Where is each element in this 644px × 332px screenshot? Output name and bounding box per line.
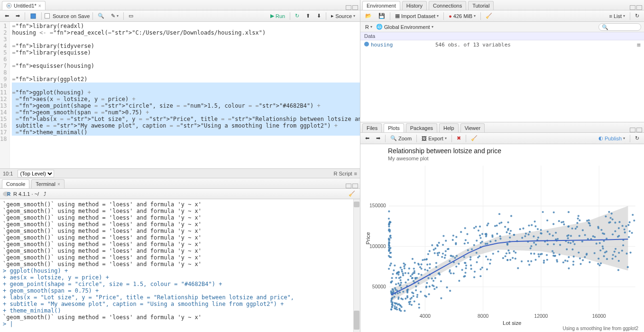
svg-point-428 (397, 298, 399, 300)
back-button[interactable]: ⬅ (3, 12, 11, 20)
svg-point-95 (599, 242, 601, 244)
load-workspace-button[interactable]: 📂 (363, 12, 374, 20)
console-tab[interactable]: Console (2, 179, 29, 188)
svg-point-86 (407, 272, 409, 274)
svg-point-511 (432, 285, 434, 287)
save-button[interactable] (28, 12, 38, 20)
svg-point-301 (470, 268, 472, 270)
env-scope-button[interactable]: 🌐 Global Environment ▾ (374, 23, 435, 31)
plots-window-buttons[interactable] (630, 128, 644, 132)
svg-point-340 (507, 249, 509, 251)
svg-point-417 (489, 263, 491, 265)
source-tab[interactable]: R Untitled1* × (2, 1, 46, 10)
svg-point-421 (418, 273, 420, 275)
find-button[interactable]: 🔍 (96, 12, 106, 20)
svg-point-490 (404, 264, 406, 266)
remove-plot-button[interactable]: ✖ (455, 134, 463, 142)
svg-point-47 (571, 249, 573, 250)
scope-selector[interactable]: (Top Level) (18, 170, 54, 177)
clear-env-button[interactable]: 🧹 (484, 12, 494, 20)
memory-indicator[interactable]: ● 426 MiB ▾ (447, 12, 478, 20)
wand-button[interactable]: ✎▾ (109, 12, 120, 20)
svg-point-519 (485, 233, 487, 235)
svg-point-346 (606, 250, 607, 252)
env-tab-history[interactable]: History (402, 1, 427, 10)
svg-point-452 (588, 219, 590, 221)
svg-point-525 (397, 283, 399, 285)
rerun-button[interactable]: ↻ (293, 12, 301, 20)
svg-point-221 (521, 237, 523, 239)
file-type-label[interactable]: R Script (333, 171, 352, 176)
terminal-tab[interactable]: Terminal × (31, 179, 64, 188)
r-scope-button[interactable]: R ▾ (363, 23, 374, 31)
next-plot-button[interactable]: ➡ (374, 134, 382, 142)
svg-point-19 (388, 218, 390, 220)
env-tab-tutorial[interactable]: Tutorial (468, 1, 494, 10)
prev-plot-button[interactable]: ⬅ (363, 134, 371, 142)
r-file-icon: R (6, 3, 12, 9)
svg-point-401 (388, 268, 390, 270)
svg-point-368 (413, 280, 414, 282)
env-tab-environment[interactable]: Environment (362, 1, 400, 10)
code-editor[interactable]: ="fn">library(readxl)housing <- ="fn">re… (10, 22, 360, 168)
svg-point-79 (496, 233, 498, 235)
svg-point-460 (612, 233, 614, 235)
svg-point-448 (517, 267, 519, 269)
publish-button[interactable]: ◐ Publish ▾ (597, 134, 627, 142)
run-button[interactable]: ▶ Run (268, 12, 287, 20)
plots-tab-help[interactable]: Help (439, 123, 459, 132)
save-workspace-button[interactable]: 💾 (377, 12, 387, 20)
svg-point-142 (429, 250, 431, 252)
svg-point-236 (487, 258, 489, 260)
svg-point-209 (449, 260, 451, 262)
env-window-buttons[interactable] (630, 5, 644, 10)
svg-point-143 (471, 249, 473, 250)
svg-point-384 (437, 254, 439, 256)
env-tab-connections[interactable]: Connections (429, 1, 466, 10)
plots-tab-packages[interactable]: Packages (406, 123, 437, 132)
console-output[interactable]: `geom_smooth()` using method = 'loess' a… (0, 199, 360, 332)
grid-icon[interactable]: ▦ (637, 42, 640, 48)
svg-point-377 (596, 243, 598, 245)
close-tab-icon[interactable]: × (38, 3, 41, 9)
export-button[interactable]: 🖼 Export ▾ (420, 135, 449, 142)
source-on-save-checkbox[interactable] (45, 13, 50, 18)
svg-point-416 (388, 238, 390, 240)
plots-tab-plots[interactable]: Plots (384, 123, 404, 132)
clear-console-button[interactable]: 🧹 (347, 190, 357, 198)
svg-point-74 (606, 258, 608, 260)
svg-point-307 (410, 275, 412, 277)
svg-point-278 (515, 258, 516, 259)
plots-tab-viewer[interactable]: Viewer (460, 123, 485, 132)
svg-point-135 (415, 289, 417, 291)
clear-plots-button[interactable]: 🧹 (469, 134, 479, 142)
compile-button[interactable]: ▭ (127, 12, 135, 20)
svg-point-106 (434, 252, 436, 254)
svg-point-183 (537, 237, 539, 239)
console-goto-icon[interactable]: ⤴ (42, 190, 48, 198)
svg-point-158 (399, 292, 401, 294)
svg-point-299 (509, 232, 511, 234)
refresh-plot-button[interactable]: ↻ (633, 134, 641, 142)
view-mode-button[interactable]: ≡ List ▾ (607, 12, 627, 20)
svg-point-111 (615, 256, 616, 258)
env-row[interactable]: housing 546 obs. of 13 variables ▦ (360, 40, 644, 49)
svg-point-500 (397, 304, 399, 305)
source-window-buttons[interactable] (346, 5, 360, 10)
up-button[interactable]: ⬆ (304, 12, 312, 20)
zoom-button[interactable]: 🔍 Zoom (388, 134, 414, 142)
source-button[interactable]: ▸ Source ▾ (329, 12, 357, 20)
svg-point-359 (594, 252, 596, 254)
svg-point-138 (409, 303, 411, 305)
env-search-input[interactable] (598, 23, 641, 31)
import-dataset-button[interactable]: ▦ Import Dataset ▾ (393, 12, 441, 20)
svg-point-540 (553, 243, 555, 245)
console-scrollbar[interactable] (353, 199, 360, 332)
console-window-buttons[interactable] (346, 184, 360, 188)
svg-point-487 (600, 229, 602, 231)
refresh-env-button[interactable]: ↻ (633, 12, 641, 20)
plots-tab-files[interactable]: Files (362, 123, 382, 132)
down-button[interactable]: ⬇ (315, 12, 323, 20)
forward-button[interactable]: ➡ (14, 12, 22, 20)
svg-point-253 (467, 249, 469, 251)
